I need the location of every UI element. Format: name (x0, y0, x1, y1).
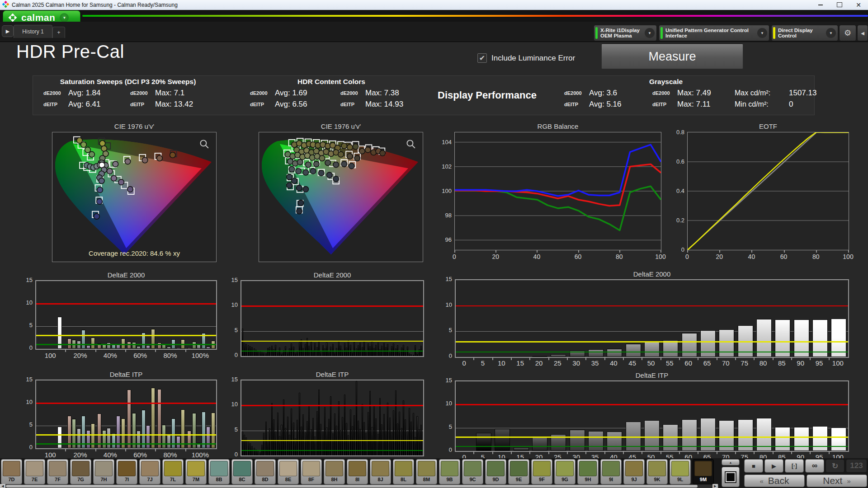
x-tick-label: 0 (445, 253, 463, 260)
gray-label: 5 (475, 359, 491, 367)
display-control-selector[interactable]: Direct Display Control ▼ (771, 25, 838, 41)
swatch-7J[interactable]: 7J (139, 459, 160, 484)
bar (362, 404, 363, 455)
swatch-8L[interactable]: 8L (393, 459, 414, 484)
swatch-9C[interactable]: 9C (462, 459, 483, 484)
bar (348, 340, 349, 356)
zoom-icon[interactable] (200, 140, 208, 148)
bar (377, 343, 379, 356)
swatch-8J[interactable]: 8J (370, 459, 391, 484)
next-button[interactable]: Next» (807, 474, 867, 487)
gridline-5 (36, 326, 216, 327)
bar (273, 349, 274, 356)
scroll-left-button[interactable]: ◀ (0, 484, 5, 488)
loop-button[interactable]: ∞ (805, 459, 824, 473)
bar (295, 352, 296, 356)
meter-selector[interactable]: X-Rite i1Display OEM Plasma ▼ (594, 25, 657, 41)
scrollbar-thumb[interactable] (6, 485, 698, 488)
swatch-7M[interactable]: 7M (185, 459, 207, 484)
measured-point (99, 141, 105, 146)
measured-point (353, 144, 359, 150)
swatch-8D[interactable]: 8D (255, 459, 276, 484)
tab-history-1[interactable]: History 1 (14, 25, 52, 38)
swatch-7H[interactable]: 7H (93, 459, 114, 484)
y-tick-label: 15 (19, 277, 33, 283)
bar (112, 433, 116, 448)
hdr-de2000-max: Max: 7.38 (365, 89, 399, 98)
include-luminance-error[interactable]: ✔ Include Luminance Error (477, 53, 575, 63)
bar (157, 389, 161, 448)
swatch-7E[interactable]: 7E (24, 459, 45, 484)
swatch-8M[interactable]: 8M (416, 459, 437, 484)
chevron-down-icon[interactable]: ▼ (826, 28, 836, 38)
swatch-label: 8B (209, 477, 229, 482)
chevron-down-icon[interactable]: ▼ (757, 28, 767, 38)
gray-bar (514, 447, 529, 451)
y-tick-label: 5 (439, 327, 452, 333)
swatch-9G[interactable]: 9G (554, 459, 576, 484)
bar (338, 401, 340, 455)
plot-de2000-hdr (241, 280, 424, 357)
settings-button[interactable]: ⚙ (839, 25, 856, 41)
measured-point (296, 169, 302, 174)
stop-button[interactable]: ■ (744, 459, 763, 473)
measured-point (125, 159, 131, 164)
swatch-9I[interactable]: 9I (600, 459, 622, 484)
swatch-9D[interactable]: 9D (485, 459, 506, 484)
swatch-9J[interactable]: 9J (623, 459, 645, 484)
swatch-9H[interactable]: 9H (577, 459, 599, 484)
close-button[interactable]: ✕ (849, 0, 868, 9)
play-button[interactable]: ▶ (764, 459, 783, 473)
swatch-7L[interactable]: 7L (162, 459, 184, 484)
swatch-7F[interactable]: 7F (47, 459, 68, 484)
back-button[interactable]: «Back (744, 474, 805, 487)
swatch-9K[interactable]: 9K (646, 459, 668, 484)
scroll-right-button[interactable]: ▶ (712, 484, 718, 488)
bar (383, 414, 385, 455)
measure-button[interactable]: Measure (601, 44, 743, 69)
maximize-button[interactable] (830, 0, 849, 9)
minimize-button[interactable] (811, 0, 830, 9)
y-tick-label: 5 (19, 322, 33, 328)
gray-bar (607, 432, 622, 451)
swatch-8E[interactable]: 8E (278, 459, 299, 484)
swatch-7I[interactable]: 7I (116, 459, 137, 484)
strip-up-button[interactable]: ▲ (722, 459, 740, 465)
chevron-down-icon[interactable]: ▼ (645, 28, 655, 38)
refresh-button[interactable]: ↻ (826, 459, 844, 473)
swatch-7D[interactable]: 7D (1, 459, 22, 484)
pattern-generator-selector[interactable]: Unified Pattern Generator Control Interf… (659, 25, 769, 41)
sidebar-expander-button[interactable]: ▶ (2, 25, 14, 37)
bar (346, 347, 347, 356)
swatch-7G[interactable]: 7G (70, 459, 91, 484)
swatch-color (533, 461, 551, 476)
zoom-icon[interactable] (407, 140, 415, 148)
swatch-8H[interactable]: 8H (324, 459, 345, 484)
bar (102, 430, 106, 448)
title-bar: Calman 2025 Calman Home for Samsung - Ca… (0, 0, 868, 10)
ref-line-green (456, 446, 848, 447)
x-tick (642, 358, 642, 360)
swatch-8F[interactable]: 8F (301, 459, 322, 484)
bar (369, 391, 371, 455)
swatch-9B[interactable]: 9B (439, 459, 460, 484)
collapse-panel-button[interactable]: ◀ (857, 25, 868, 41)
swatch-color (441, 461, 458, 476)
x-tick (751, 250, 752, 253)
y-tick-label: 15 (224, 277, 238, 283)
min-luminance-value: 0 (789, 100, 793, 109)
measured-point (99, 178, 104, 184)
swatch-8B[interactable]: 8B (208, 459, 230, 484)
swatch-9E[interactable]: 9E (508, 459, 529, 484)
checkbox-icon[interactable]: ✔ (477, 53, 487, 63)
step-button[interactable]: [·] (785, 459, 804, 473)
swatch-8I[interactable]: 8I (347, 459, 368, 484)
marker-button[interactable] (722, 467, 740, 487)
swatch-9F[interactable]: 9F (531, 459, 552, 484)
swatch-9L[interactable]: 9L (670, 459, 691, 484)
swatch-color (510, 461, 528, 476)
swatch-9M[interactable]: 9M (693, 459, 714, 484)
measured-point (319, 155, 325, 161)
add-tab-button[interactable]: + (52, 27, 65, 38)
swatch-8C[interactable]: 8C (231, 459, 253, 484)
